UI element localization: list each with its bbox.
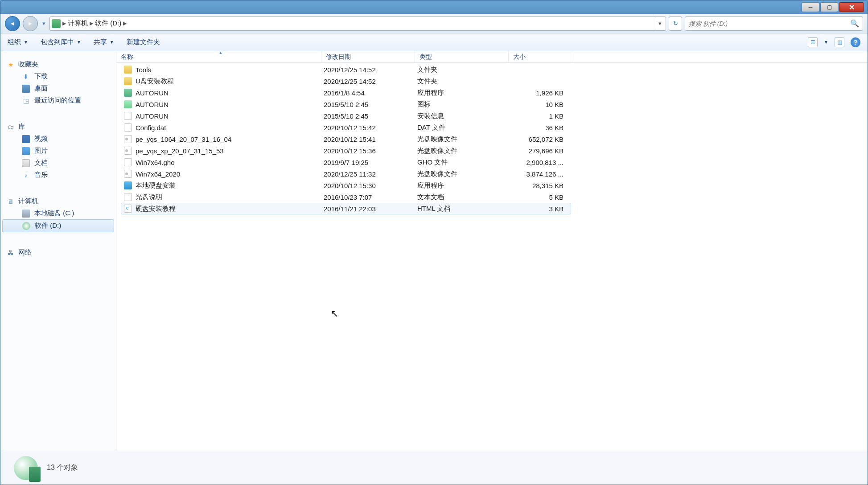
file-type: 光盘映像文件 bbox=[415, 147, 509, 155]
file-row[interactable]: AUTORUN2015/5/10 2:45图标10 KB bbox=[121, 99, 571, 110]
column-label: 类型 bbox=[420, 53, 432, 61]
chevron-right-icon[interactable]: ▶ bbox=[62, 21, 66, 26]
file-icon bbox=[124, 147, 132, 155]
column-size-header[interactable]: 大小 bbox=[509, 51, 571, 62]
back-button[interactable]: ◄ bbox=[5, 16, 20, 31]
drive-icon bbox=[52, 19, 61, 28]
file-type: HTML 文档 bbox=[415, 205, 509, 213]
file-icon bbox=[124, 89, 132, 97]
file-size: 5 KB bbox=[509, 193, 567, 201]
file-list[interactable]: Tools2020/12/25 14:52文件夹U盘安装教程2020/12/25… bbox=[116, 63, 868, 451]
sidebar-item-recent[interactable]: ◳ 最近访问的位置 bbox=[0, 95, 116, 107]
search-box[interactable]: 🔍 bbox=[685, 16, 863, 31]
network-header[interactable]: 🖧 网络 bbox=[0, 247, 116, 259]
file-icon bbox=[124, 100, 132, 108]
file-name: 硬盘安装教程 bbox=[136, 205, 176, 213]
sidebar-item-pictures[interactable]: 图片 bbox=[0, 145, 116, 157]
file-icon bbox=[124, 205, 132, 213]
library-header[interactable]: 🗂 库 bbox=[0, 121, 116, 133]
help-button[interactable]: ? bbox=[851, 37, 860, 47]
sidebar-item-label: 桌面 bbox=[34, 84, 48, 93]
new-folder-label: 新建文件夹 bbox=[127, 38, 160, 46]
navigation-pane: ★ 收藏夹 ⬇ 下载 桌面 ◳ 最近访问的位置 🗂 bbox=[0, 51, 116, 451]
network-label: 网络 bbox=[18, 248, 32, 257]
file-date: 2015/5/10 2:45 bbox=[322, 112, 415, 120]
file-type: 应用程序 bbox=[415, 181, 509, 190]
file-row[interactable]: AUTORUN2016/1/8 4:54应用程序1,926 KB bbox=[121, 87, 571, 99]
pictures-icon bbox=[22, 147, 30, 155]
new-folder-button[interactable]: 新建文件夹 bbox=[127, 38, 160, 46]
column-date-header[interactable]: 修改日期 bbox=[321, 51, 415, 62]
sidebar-item-label: 本地磁盘 (C:) bbox=[34, 209, 74, 218]
organize-menu[interactable]: 组织 ▼ bbox=[8, 38, 28, 46]
sidebar-item-music[interactable]: ♪ 音乐 bbox=[0, 169, 116, 181]
file-row[interactable]: pe_yqs_xp_20_07_31_15_532020/10/12 15:36… bbox=[121, 145, 571, 156]
file-name: Win7x64_2020 bbox=[136, 170, 180, 178]
toolbar: 组织 ▼ 包含到库中 ▼ 共享 ▼ 新建文件夹 ☰ ▼ ▥ ? bbox=[0, 33, 868, 51]
sidebar-item-videos[interactable]: 视频 bbox=[0, 133, 116, 145]
breadcrumb[interactable]: ▶ 计算机 ▶ 软件 (D:) ▶ ▾ bbox=[49, 16, 666, 31]
sidebar-item-drive-d[interactable]: 软件 (D:) bbox=[2, 219, 114, 232]
file-size: 2,900,813 ... bbox=[509, 159, 567, 166]
sidebar-item-documents[interactable]: 文档 bbox=[0, 157, 116, 169]
breadcrumb-drive-d[interactable]: 软件 (D:) bbox=[93, 19, 123, 28]
search-icon[interactable]: 🔍 bbox=[850, 19, 859, 28]
file-size: 3,874,126 ... bbox=[509, 170, 567, 178]
file-icon bbox=[124, 158, 132, 166]
column-label: 大小 bbox=[513, 53, 526, 61]
column-name-header[interactable]: 名称 ▲ bbox=[116, 51, 321, 62]
minimize-button[interactable]: ─ bbox=[802, 2, 819, 12]
sidebar-item-label: 最近访问的位置 bbox=[34, 96, 81, 105]
file-size: 10 KB bbox=[509, 101, 567, 108]
view-mode-button[interactable]: ☰ bbox=[808, 37, 818, 47]
file-type: 应用程序 bbox=[415, 89, 509, 97]
file-panel: 名称 ▲ 修改日期 类型 大小 Tools2020/12/25 14:52文件夹… bbox=[116, 51, 868, 451]
share-menu[interactable]: 共享 ▼ bbox=[94, 38, 114, 46]
computer-header[interactable]: 🖥 计算机 bbox=[0, 195, 116, 207]
video-icon bbox=[22, 135, 30, 143]
file-row[interactable]: 本地硬盘安装2020/10/12 15:30应用程序28,315 KB bbox=[121, 180, 571, 191]
file-row[interactable]: 光盘说明2016/10/23 7:07文本文档5 KB bbox=[121, 191, 571, 203]
network-icon: 🖧 bbox=[7, 249, 15, 257]
file-type: 文件夹 bbox=[415, 77, 509, 86]
chevron-down-icon[interactable]: ▼ bbox=[824, 40, 828, 45]
refresh-button[interactable]: ↻ bbox=[669, 16, 682, 31]
chevron-right-icon[interactable]: ▶ bbox=[123, 21, 127, 26]
file-row[interactable]: Win7x64.gho2019/9/7 19:25GHO 文件2,900,813… bbox=[121, 156, 571, 168]
close-button[interactable]: ✕ bbox=[839, 2, 864, 12]
file-type: 光盘映像文件 bbox=[415, 135, 509, 144]
sidebar-item-drive-c[interactable]: 本地磁盘 (C:) bbox=[0, 207, 116, 219]
column-label: 修改日期 bbox=[326, 53, 351, 61]
file-row[interactable]: pe_yqs_1064_20_07_31_16_042020/10/12 15:… bbox=[121, 133, 571, 145]
chevron-right-icon[interactable]: ▶ bbox=[90, 21, 93, 26]
file-row[interactable]: U盘安装教程2020/12/25 14:52文件夹 bbox=[121, 75, 571, 87]
sidebar-item-downloads[interactable]: ⬇ 下载 bbox=[0, 70, 116, 82]
file-name: pe_yqs_xp_20_07_31_15_53 bbox=[136, 147, 224, 155]
sort-asc-icon: ▲ bbox=[219, 50, 223, 55]
breadcrumb-dropdown[interactable]: ▾ bbox=[656, 17, 664, 30]
breadcrumb-computer[interactable]: 计算机 bbox=[66, 19, 90, 28]
file-row[interactable]: 硬盘安装教程2016/11/21 22:03HTML 文档3 KB bbox=[121, 203, 571, 214]
hdd-icon bbox=[22, 210, 30, 218]
column-type-header[interactable]: 类型 bbox=[415, 51, 509, 62]
documents-icon bbox=[22, 159, 30, 167]
include-in-library-menu[interactable]: 包含到库中 ▼ bbox=[41, 38, 81, 46]
file-row[interactable]: Tools2020/12/25 14:52文件夹 bbox=[121, 64, 571, 75]
nav-history-dropdown[interactable]: ▾ bbox=[41, 16, 47, 31]
search-input[interactable] bbox=[689, 20, 850, 27]
file-row[interactable]: Win7x64_20202020/12/25 11:32光盘映像文件3,874,… bbox=[121, 168, 571, 180]
sidebar-item-label: 图片 bbox=[34, 147, 48, 155]
column-label: 名称 bbox=[121, 53, 133, 61]
file-name: Tools bbox=[136, 66, 151, 74]
file-date: 2020/12/25 14:52 bbox=[322, 78, 415, 85]
sidebar-item-label: 视频 bbox=[34, 135, 48, 143]
maximize-button[interactable]: ▢ bbox=[820, 2, 838, 12]
file-row[interactable]: Config.dat2020/10/12 15:42DAT 文件36 KB bbox=[121, 122, 571, 133]
favorites-header[interactable]: ★ 收藏夹 bbox=[0, 58, 116, 70]
forward-button[interactable]: ► bbox=[23, 16, 38, 31]
column-headers: 名称 ▲ 修改日期 类型 大小 bbox=[116, 51, 868, 63]
file-date: 2015/5/10 2:45 bbox=[322, 101, 415, 108]
preview-pane-button[interactable]: ▥ bbox=[835, 37, 844, 47]
file-row[interactable]: AUTORUN2015/5/10 2:45安装信息1 KB bbox=[121, 110, 571, 122]
sidebar-item-desktop[interactable]: 桌面 bbox=[0, 82, 116, 95]
